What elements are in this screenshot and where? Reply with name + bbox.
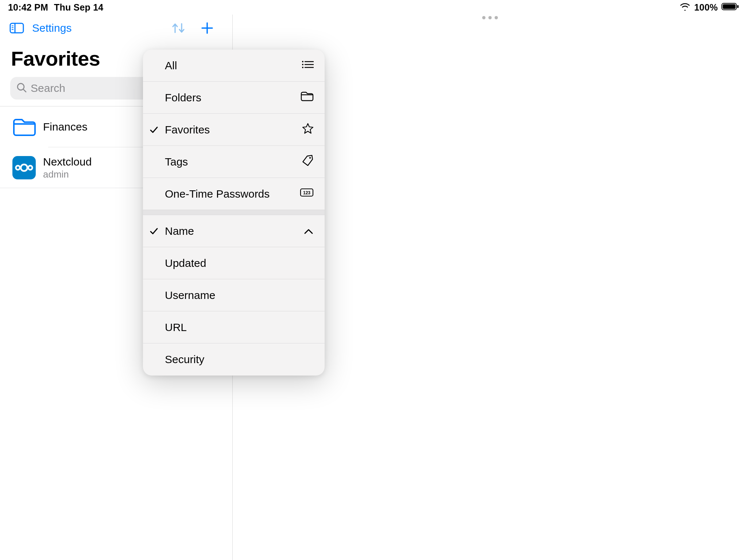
- menu-item-security[interactable]: Security: [143, 343, 325, 376]
- star-icon: [302, 122, 314, 137]
- folder-icon: [10, 113, 38, 141]
- menu-label: One-Time Passwords: [158, 188, 270, 200]
- battery-pct: 100%: [694, 2, 718, 13]
- menu-label: Username: [158, 289, 215, 302]
- folder-icon: [301, 91, 314, 104]
- menu-item-all[interactable]: All: [143, 50, 325, 82]
- menu-label: Name: [158, 225, 194, 237]
- sort-button[interactable]: [170, 22, 186, 35]
- svg-point-18: [302, 67, 303, 68]
- menu-label: Folders: [158, 92, 201, 104]
- menu-item-updated[interactable]: Updated: [143, 247, 325, 279]
- menu-item-name[interactable]: Name: [143, 215, 325, 247]
- svg-point-14: [16, 166, 20, 170]
- item-title: Nextcloud: [43, 156, 92, 168]
- menu-item-username[interactable]: Username: [143, 279, 325, 311]
- menu-item-otp[interactable]: One-Time Passwords 123: [143, 178, 325, 210]
- status-date: Thu Sep 14: [54, 2, 103, 13]
- add-button[interactable]: [201, 22, 213, 34]
- svg-point-17: [302, 64, 303, 65]
- item-subtitle: admin: [43, 169, 92, 180]
- sidebar-toggle-icon[interactable]: [9, 22, 24, 34]
- menu-label: Updated: [158, 257, 206, 269]
- check-icon: [150, 124, 158, 136]
- menu-label: URL: [158, 321, 187, 334]
- check-icon: [150, 225, 158, 237]
- svg-point-16: [302, 61, 303, 62]
- svg-text:123: 123: [303, 190, 310, 195]
- list-icon: [301, 59, 314, 72]
- menu-label: Security: [158, 353, 204, 366]
- menu-label: Favorites: [158, 124, 210, 136]
- svg-point-23: [309, 157, 311, 159]
- svg-point-15: [28, 166, 32, 170]
- more-icon[interactable]: [482, 16, 498, 19]
- menu-item-url[interactable]: URL: [143, 311, 325, 343]
- item-title: Finances: [43, 121, 88, 133]
- status-bar: 10:42 PM Thu Sep 14 100%: [0, 0, 747, 15]
- nextcloud-icon: [10, 154, 38, 182]
- svg-rect-2: [737, 5, 739, 8]
- search-icon: [16, 82, 27, 94]
- battery-icon: [721, 2, 739, 13]
- menu-item-favorites[interactable]: Favorites: [143, 114, 325, 146]
- wifi-icon: [680, 2, 690, 13]
- svg-line-11: [23, 89, 26, 92]
- menu-item-tags[interactable]: Tags: [143, 146, 325, 178]
- chevron-up-icon: [303, 225, 314, 237]
- settings-link[interactable]: Settings: [32, 22, 71, 34]
- tag-icon: [301, 155, 314, 168]
- menu-label: All: [158, 59, 177, 72]
- status-time: 10:42 PM: [8, 2, 48, 13]
- svg-point-13: [21, 164, 27, 171]
- otp-icon: 123: [300, 187, 314, 200]
- menu-item-folders[interactable]: Folders: [143, 82, 325, 114]
- nav-bar: Settings: [0, 15, 232, 39]
- menu-divider: [143, 210, 325, 215]
- sort-filter-menu: All Folders Favorites: [143, 50, 325, 376]
- menu-label: Tags: [158, 156, 188, 168]
- svg-rect-1: [723, 4, 736, 9]
